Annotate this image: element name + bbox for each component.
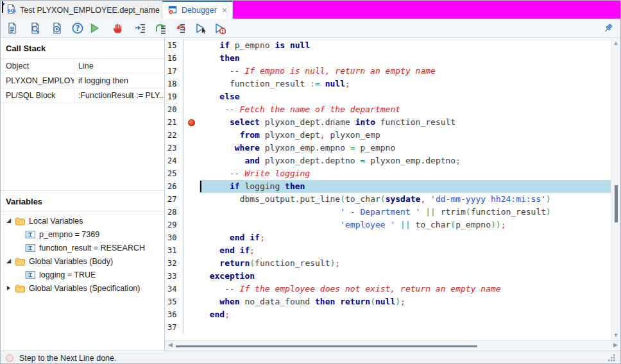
code-text[interactable]: if p_empno is null [200, 39, 611, 52]
code-text[interactable]: end if; [200, 231, 611, 244]
breakpoint-gutter[interactable] [184, 167, 200, 180]
scroll-down-icon[interactable]: ▼ [611, 332, 620, 338]
call-stack-row[interactable]: PLYXON_EMPLOYEEif logging then [1, 74, 164, 88]
breakpoint-gutter[interactable] [184, 295, 200, 308]
tab-debugger[interactable]: Debugger × [162, 1, 233, 19]
scroll-left-icon[interactable]: ◀ [168, 342, 173, 348]
run-to-exception-button[interactable] [212, 21, 228, 36]
breakpoint-gutter[interactable] [184, 103, 200, 116]
breakpoint-gutter[interactable] [184, 116, 200, 129]
code-text[interactable]: end if; [200, 244, 611, 257]
tree-item[interactable]: function_result = RESEARCH [1, 241, 164, 254]
code-text[interactable]: exception [200, 270, 611, 283]
code-text[interactable]: when no_data_found then return(null); [200, 295, 611, 308]
breakpoint-gutter[interactable] [184, 231, 200, 244]
code-text[interactable]: -- If empno is null, return an empty nam… [200, 65, 611, 78]
resize-grip-icon[interactable] [608, 354, 615, 361]
line-number[interactable]: 37 [165, 321, 184, 334]
line-number[interactable]: 36 [165, 308, 184, 321]
line-number[interactable]: 24 [165, 154, 184, 167]
close-icon[interactable]: × [221, 6, 228, 15]
breakpoint-gutter[interactable] [184, 180, 200, 193]
horizontal-scrollbar[interactable]: ◀ ▶ [165, 340, 620, 351]
collapse-icon[interactable] [6, 258, 15, 264]
code-text[interactable] [200, 321, 611, 334]
breakpoint-gutter[interactable] [184, 257, 200, 270]
tree-item[interactable]: logging = TRUE [1, 268, 164, 281]
line-number[interactable]: 16 [165, 52, 184, 65]
line-number[interactable]: 25 [165, 167, 184, 180]
code-text[interactable]: end; [200, 308, 611, 321]
line-number[interactable]: 17 [165, 65, 184, 78]
breakpoint-gutter[interactable] [184, 244, 200, 257]
line-number[interactable]: 31 [165, 244, 184, 257]
line-number[interactable]: 27 [165, 193, 184, 206]
tree-item[interactable]: Global Variables (Body) [1, 254, 164, 268]
line-number[interactable]: 23 [165, 142, 184, 154]
browse-button[interactable]: ▾ [28, 21, 43, 36]
line-number[interactable]: 33 [165, 270, 184, 283]
breakpoint-gutter[interactable] [184, 90, 200, 103]
step-out-button[interactable] [173, 21, 188, 36]
code-text[interactable]: if logging then [200, 180, 611, 193]
line-number[interactable]: 29 [165, 219, 184, 231]
line-number[interactable]: 35 [165, 295, 184, 308]
code-text[interactable]: return(function_result); [200, 257, 611, 270]
tree-item[interactable]: Local Variables [1, 214, 164, 228]
breakpoint-gutter[interactable] [184, 321, 200, 334]
line-number[interactable]: 28 [165, 206, 184, 219]
code-text[interactable]: ' - Department ' || rtrim(function_resul… [200, 206, 611, 219]
code-text[interactable]: dbms_output.put_line(to_char(sysdate, 'd… [200, 193, 611, 206]
line-number[interactable]: 34 [165, 283, 184, 295]
collapse-icon[interactable] [6, 218, 15, 224]
code-text[interactable]: -- If the employee does not exist, retur… [200, 283, 611, 295]
breakpoint-gutter[interactable] [184, 308, 200, 321]
pin-icon[interactable] [601, 21, 615, 36]
breakpoint-gutter[interactable] [184, 283, 200, 295]
breakpoint-gutter[interactable] [184, 206, 200, 219]
breakpoint-gutter[interactable] [184, 193, 200, 206]
line-number[interactable]: 19 [165, 90, 184, 103]
resume-execution-button[interactable] [87, 21, 102, 36]
breakpoint-gutter[interactable] [184, 52, 200, 65]
code-text[interactable]: from plyxon_dept, plyxon_emp [200, 129, 611, 142]
breakpoint-gutter[interactable] [184, 219, 200, 231]
line-number[interactable]: 18 [165, 78, 184, 90]
code-text[interactable]: -- Write logging [200, 167, 611, 180]
tree-item[interactable]: Global Variables (Specification) [1, 281, 164, 295]
breakpoint-gutter[interactable] [184, 39, 200, 52]
line-number[interactable]: 32 [165, 257, 184, 270]
tree-item[interactable]: p_empno = 7369 [1, 228, 164, 241]
run-to-cursor-button[interactable] [193, 21, 208, 36]
breakpoint-gutter[interactable] [184, 154, 200, 167]
code-text[interactable]: where plyxon_emp.empno = p_empno [200, 142, 611, 154]
line-number[interactable]: 26 [165, 180, 184, 193]
vertical-scrollbar-thumb[interactable] [615, 185, 618, 222]
step-over-button[interactable] [153, 21, 169, 36]
breakpoint-marker[interactable] [188, 119, 195, 126]
code-text[interactable]: then [200, 52, 611, 65]
line-number[interactable]: 30 [165, 231, 184, 244]
line-number[interactable]: 21 [165, 116, 184, 129]
expand-icon[interactable] [6, 285, 15, 291]
code-text[interactable]: -- Fetch the name of the department [200, 103, 611, 116]
breakpoint-gutter[interactable] [184, 129, 200, 142]
vertical-scrollbar[interactable]: ▲ ▼ [611, 38, 620, 340]
line-number[interactable]: 20 [165, 103, 184, 116]
line-number[interactable]: 15 [165, 39, 184, 52]
tab-test-window[interactable]: SQL Test PLYXON_EMPLOYEE.dept_name × [1, 1, 162, 19]
code-area[interactable]: 15 if p_empno is null16 then17 -- If emp… [165, 38, 611, 340]
code-text[interactable]: select plyxon_dept.dname into function_r… [200, 116, 611, 129]
breakpoint-gutter[interactable] [184, 78, 200, 90]
breakpoint-gutter[interactable] [184, 270, 200, 283]
breakpoint-gutter[interactable] [184, 142, 200, 154]
line-number[interactable]: 22 [165, 129, 184, 142]
break-button[interactable] [110, 21, 125, 36]
code-text[interactable]: and plyxon_dept.deptno = plyxon_emp.dept… [200, 154, 611, 167]
horizontal-scrollbar-thumb[interactable] [176, 345, 477, 347]
scroll-right-icon[interactable]: ▶ [613, 342, 618, 348]
help-button[interactable]: ? [70, 21, 85, 36]
breakpoint-gutter[interactable] [184, 65, 200, 78]
code-text[interactable]: 'employee ' || to_char(p_empno)); [200, 219, 611, 231]
new-window-button[interactable]: ▾ [4, 21, 20, 36]
